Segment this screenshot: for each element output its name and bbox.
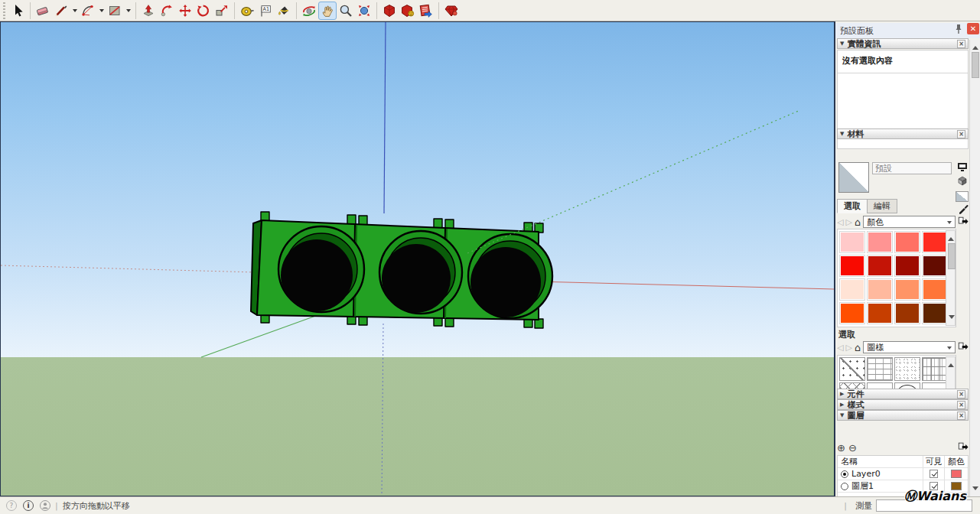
- text-tool-button[interactable]: A1: [256, 2, 275, 20]
- rectangle-dropdown-arrow[interactable]: [124, 2, 132, 20]
- default-material-swatch[interactable]: [956, 191, 969, 202]
- close-icon[interactable]: ×: [957, 412, 965, 420]
- collections-dropdown[interactable]: 顏色: [863, 216, 956, 228]
- close-icon[interactable]: ×: [957, 401, 965, 409]
- color-swatch[interactable]: [867, 255, 893, 277]
- orbit-tool-button[interactable]: [300, 2, 318, 20]
- layer-row[interactable]: Layer0: [838, 468, 968, 480]
- info-icon[interactable]: i: [23, 500, 34, 511]
- forward-arrow-icon[interactable]: ▷: [845, 217, 851, 227]
- drawing-viewport[interactable]: [0, 21, 835, 496]
- question-icon[interactable]: ?: [6, 500, 17, 511]
- add-layer-button[interactable]: ⊕: [837, 443, 845, 453]
- close-icon[interactable]: ×: [957, 40, 965, 48]
- section-header-styles[interactable]: ▶ 樣式 ×: [837, 399, 969, 410]
- scroll-down-icon[interactable]: [972, 486, 978, 493]
- rotate-tool-button[interactable]: [194, 2, 213, 20]
- pattern-swatch[interactable]: [922, 357, 948, 381]
- tab-edit[interactable]: 編輯: [867, 199, 897, 213]
- traffic-light-model[interactable]: [251, 212, 552, 328]
- color-swatch[interactable]: [894, 231, 920, 253]
- scroll-up-icon[interactable]: [972, 43, 978, 50]
- color-swatch[interactable]: [867, 278, 893, 301]
- move-tool-button[interactable]: [176, 2, 194, 20]
- scrollbar-thumb[interactable]: [948, 243, 956, 269]
- col-color: 顏色: [945, 456, 968, 467]
- pattern-swatch[interactable]: [839, 357, 865, 381]
- material-name-field[interactable]: [872, 162, 952, 174]
- section-header-materials[interactable]: ▼ 材料 ×: [837, 128, 969, 139]
- pencil-icon: [54, 3, 69, 18]
- pattern-swatch[interactable]: [867, 357, 893, 381]
- close-icon[interactable]: ×: [957, 130, 965, 138]
- secondary-pane-icon[interactable]: [956, 162, 969, 173]
- scroll-down-icon[interactable]: [949, 315, 955, 322]
- section-header-layers[interactable]: ▼ 圖層 ×: [837, 410, 969, 421]
- zoom-extents-tool-button[interactable]: [355, 2, 373, 20]
- rectangle-tool-button[interactable]: [106, 2, 124, 20]
- zoom-tool-button[interactable]: [337, 2, 355, 20]
- paint-bucket-tool-button[interactable]: [275, 2, 293, 20]
- color-swatch[interactable]: [839, 255, 865, 277]
- tape-measure-tool-button[interactable]: [238, 2, 256, 20]
- user-icon[interactable]: [40, 500, 50, 511]
- layer-color-chip[interactable]: [951, 470, 962, 478]
- color-swatch[interactable]: [867, 231, 893, 253]
- color-swatch[interactable]: [894, 278, 920, 301]
- home-icon[interactable]: ⌂: [855, 343, 861, 353]
- tray-close-button[interactable]: ✕: [967, 23, 979, 34]
- home-icon[interactable]: ⌂: [855, 217, 861, 227]
- drawing-canvas[interactable]: [1, 22, 834, 496]
- details-arrow-icon[interactable]: [958, 341, 969, 354]
- arc-tool-button[interactable]: [79, 2, 97, 20]
- remove-layer-button[interactable]: ⊖: [848, 443, 857, 453]
- color-swatch[interactable]: [839, 231, 865, 253]
- line-tool-button[interactable]: [52, 2, 70, 20]
- patterns-dropdown[interactable]: 圖樣: [863, 341, 956, 353]
- scroll-up-icon[interactable]: [948, 234, 954, 241]
- scale-tool-button[interactable]: [213, 2, 231, 20]
- colors-scrollbar[interactable]: [946, 230, 956, 326]
- eyedropper-icon[interactable]: [958, 202, 970, 213]
- select-tool-button[interactable]: [8, 2, 27, 20]
- close-icon[interactable]: ×: [957, 390, 965, 399]
- color-swatch[interactable]: [894, 302, 920, 324]
- plugin-red-2-button[interactable]: [399, 2, 417, 20]
- pin-icon[interactable]: [954, 24, 963, 34]
- layer-radio[interactable]: [841, 470, 848, 478]
- color-swatch[interactable]: [839, 278, 865, 301]
- plugin-red-1-button[interactable]: [380, 2, 399, 20]
- scroll-up-icon[interactable]: [948, 360, 954, 367]
- follow-me-tool-button[interactable]: [158, 2, 176, 20]
- create-material-icon[interactable]: [956, 175, 969, 186]
- details-arrow-icon[interactable]: [958, 441, 969, 454]
- plugin-red-4-button[interactable]: [442, 2, 461, 20]
- section-header-entity-info[interactable]: ▼ 實體資訊 ×: [837, 38, 969, 49]
- toolbar-grip[interactable]: [2, 2, 7, 19]
- color-swatch[interactable]: [922, 302, 948, 324]
- color-swatch[interactable]: [922, 255, 948, 277]
- pattern-swatch[interactable]: [894, 357, 920, 381]
- color-swatch[interactable]: [894, 255, 920, 277]
- line-dropdown-arrow[interactable]: [70, 2, 79, 20]
- tray-scrollbar[interactable]: [969, 40, 980, 496]
- layer-visible-checkbox[interactable]: [930, 470, 938, 478]
- pan-tool-button[interactable]: [318, 2, 337, 20]
- eraser-tool-button[interactable]: [34, 2, 52, 20]
- forward-arrow-icon[interactable]: ▷: [845, 343, 851, 353]
- back-arrow-icon[interactable]: ◁: [837, 217, 843, 227]
- scrollbar-thumb[interactable]: [972, 52, 979, 78]
- color-swatch[interactable]: [839, 302, 865, 324]
- back-arrow-icon[interactable]: ◁: [837, 343, 843, 353]
- details-arrow-icon[interactable]: [958, 216, 969, 229]
- plugin-red-3-button[interactable]: [417, 2, 435, 20]
- layer-radio[interactable]: [841, 483, 848, 490]
- color-swatch[interactable]: [922, 278, 948, 301]
- section-header-components[interactable]: ▶ 元件 ×: [837, 389, 969, 399]
- push-pull-tool-button[interactable]: [139, 2, 158, 20]
- material-preview-thumbnail[interactable]: [838, 162, 869, 193]
- tab-select[interactable]: 選取: [837, 199, 868, 213]
- color-swatch[interactable]: [922, 231, 948, 253]
- arc-dropdown-arrow[interactable]: [97, 2, 106, 20]
- color-swatch[interactable]: [867, 302, 893, 324]
